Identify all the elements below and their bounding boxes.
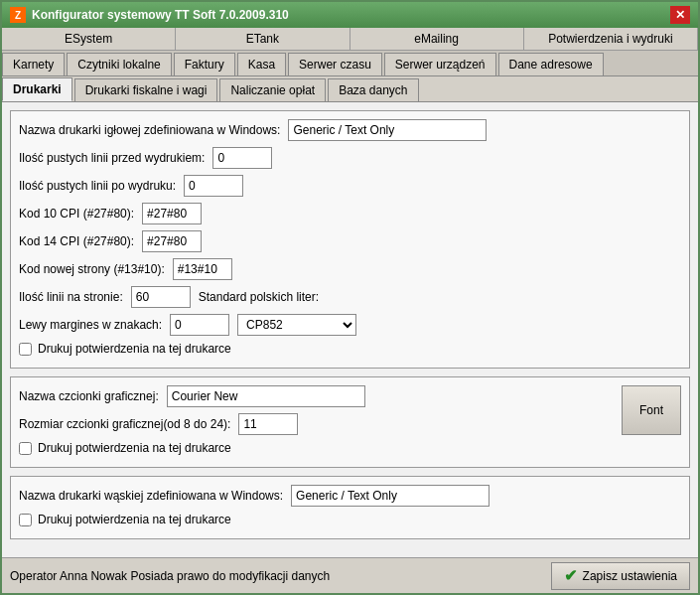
checkbox-confirm-iglowa[interactable] bbox=[19, 343, 32, 356]
tab-row-1: Karnety Czytniki lokalne Faktury Kasa Se… bbox=[2, 51, 698, 76]
label-empty-lines-after: Ilość pustych linii po wydruku: bbox=[19, 179, 176, 193]
input-empty-lines-after[interactable] bbox=[184, 175, 243, 197]
menu-esystem[interactable]: ESystem bbox=[2, 28, 176, 50]
menu-etank[interactable]: ETank bbox=[176, 28, 350, 50]
select-encoding[interactable]: CP852 CP850 ISO-8859-2 bbox=[237, 314, 356, 336]
input-kod10[interactable] bbox=[142, 203, 202, 224]
window-title: Konfigurator systemowy TT Soft 7.0.2009.… bbox=[32, 8, 289, 22]
field-margin-encoding: Lewy margines w znakach: CP852 CP850 ISO… bbox=[19, 314, 681, 336]
input-kod-strony[interactable] bbox=[173, 258, 232, 280]
label-checkbox-1: Drukuj potwierdzenia na tej drukarce bbox=[38, 342, 231, 356]
input-printer-name[interactable] bbox=[288, 119, 487, 141]
status-bar: Operator Anna Nowak Posiada prawo do mod… bbox=[2, 557, 698, 593]
field-font-name: Nazwa czcionki graficznej: bbox=[19, 385, 614, 407]
field-narrow-printer: Nazwa drukarki wąskiej zdefiniowana w Wi… bbox=[19, 485, 681, 507]
field-font-size: Rozmiar czcionki graficznej(od 8 do 24): bbox=[19, 413, 614, 435]
tab-drukarki-fiskalne[interactable]: Drukarki fiskalne i wagi bbox=[74, 78, 218, 101]
app-icon: Z bbox=[10, 7, 26, 23]
label-kod14: Kod 14 CPI (#27#80): bbox=[19, 234, 134, 248]
operator-text: Operator Anna Nowak Posiada prawo do mod… bbox=[10, 569, 330, 583]
input-empty-lines-before[interactable] bbox=[212, 147, 272, 169]
main-window: Z Konfigurator systemowy TT Soft 7.0.200… bbox=[0, 0, 700, 595]
tab-naliczanie[interactable]: Naliczanie opłat bbox=[219, 78, 326, 101]
field-printer-name: Nazwa drukarki igłowej zdefiniowana w Wi… bbox=[19, 119, 681, 141]
input-margin[interactable] bbox=[170, 314, 229, 336]
title-bar-left: Z Konfigurator systemowy TT Soft 7.0.200… bbox=[10, 7, 289, 23]
label-standard: Standard polskich liter: bbox=[199, 290, 319, 304]
tab-karnety[interactable]: Karnety bbox=[2, 53, 65, 75]
label-font-size: Rozmiar czcionki graficznej(od 8 do 24): bbox=[19, 417, 230, 431]
menu-bar: ESystem ETank eMailing Potwierdzenia i w… bbox=[2, 28, 698, 51]
checkmark-icon: ✔ bbox=[564, 566, 577, 585]
tab-baza-danych[interactable]: Baza danych bbox=[328, 78, 418, 101]
content-area: Nazwa drukarki igłowej zdefiniowana w Wi… bbox=[2, 102, 698, 557]
tab-czytniki[interactable]: Czytniki lokalne bbox=[67, 53, 171, 75]
tab-row-2: Drukarki Drukarki fiskalne i wagi Nalicz… bbox=[2, 76, 698, 102]
checkbox-confirm-graficzna[interactable] bbox=[19, 442, 32, 455]
field-lines-standard: Ilość linii na stronie: Standard polskic… bbox=[19, 286, 681, 308]
menu-potwierdzenia[interactable]: Potwierdzenia i wydruki bbox=[524, 28, 698, 50]
input-narrow-printer[interactable] bbox=[291, 485, 490, 507]
label-kod-strony: Kod nowej strony (#13#10): bbox=[19, 262, 165, 276]
section-iglowa: Nazwa drukarki igłowej zdefiniowana w Wi… bbox=[10, 110, 690, 369]
input-font-size[interactable] bbox=[238, 413, 298, 435]
save-label: Zapisz ustawienia bbox=[583, 569, 677, 583]
tab-dane-adresowe[interactable]: Dane adresowe bbox=[498, 53, 604, 75]
section-graficzna: Nazwa czcionki graficznej: Rozmiar czcio… bbox=[10, 376, 690, 468]
tab-faktury[interactable]: Faktury bbox=[174, 53, 235, 75]
checkbox-row-1: Drukuj potwierdzenia na tej drukarce bbox=[19, 342, 681, 356]
field-kod10: Kod 10 CPI (#27#80): bbox=[19, 203, 681, 224]
input-font-name[interactable] bbox=[167, 385, 365, 407]
field-empty-lines-before: Ilość pustych linii przed wydrukiem: bbox=[19, 147, 681, 169]
section-graficzna-fields: Nazwa czcionki graficznej: Rozmiar czcio… bbox=[19, 385, 614, 459]
menu-emailing[interactable]: eMailing bbox=[350, 28, 524, 50]
label-lines: Ilość linii na stronie: bbox=[19, 290, 123, 304]
save-button[interactable]: ✔ Zapisz ustawienia bbox=[551, 562, 690, 590]
field-kod14: Kod 14 CPI (#27#80): bbox=[19, 230, 681, 252]
section-waska: Nazwa drukarki wąskiej zdefiniowana w Wi… bbox=[10, 476, 690, 539]
tab-serwer-urzadzen[interactable]: Serwer urządzeń bbox=[384, 53, 496, 75]
tab-drukarki[interactable]: Drukarki bbox=[2, 77, 72, 101]
close-button[interactable]: ✕ bbox=[670, 6, 690, 24]
label-font-name: Nazwa czcionki graficznej: bbox=[19, 389, 159, 403]
checkbox-confirm-waska[interactable] bbox=[19, 514, 32, 526]
label-printer-name: Nazwa drukarki igłowej zdefiniowana w Wi… bbox=[19, 123, 280, 137]
label-narrow-printer: Nazwa drukarki wąskiej zdefiniowana w Wi… bbox=[19, 489, 283, 503]
input-lines[interactable] bbox=[131, 286, 191, 308]
input-kod14[interactable] bbox=[142, 230, 202, 252]
title-bar: Z Konfigurator systemowy TT Soft 7.0.200… bbox=[2, 2, 698, 28]
label-margin: Lewy margines w znakach: bbox=[19, 318, 162, 332]
checkbox-row-3: Drukuj potwierdzenia na tej drukarce bbox=[19, 513, 681, 526]
field-kod-strony: Kod nowej strony (#13#10): bbox=[19, 258, 681, 280]
label-kod10: Kod 10 CPI (#27#80): bbox=[19, 207, 134, 221]
label-checkbox-3: Drukuj potwierdzenia na tej drukarce bbox=[38, 513, 231, 526]
tab-kasa[interactable]: Kasa bbox=[237, 53, 286, 75]
label-checkbox-2: Drukuj potwierdzenia na tej drukarce bbox=[38, 441, 231, 455]
tab-serwer-czasu[interactable]: Serwer czasu bbox=[288, 53, 382, 75]
field-empty-lines-after: Ilość pustych linii po wydruku: bbox=[19, 175, 681, 197]
checkbox-row-2: Drukuj potwierdzenia na tej drukarce bbox=[19, 441, 614, 455]
label-empty-lines-before: Ilość pustych linii przed wydrukiem: bbox=[19, 151, 205, 165]
font-button[interactable]: Font bbox=[622, 385, 681, 435]
